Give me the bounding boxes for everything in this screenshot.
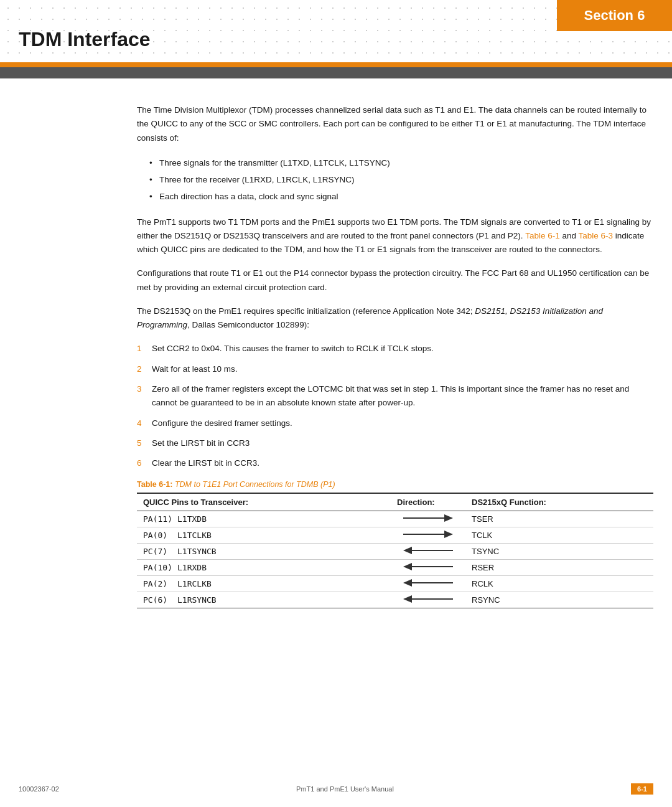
col-header-func: DS215xQ Function: <box>465 493 653 511</box>
table-caption: Table 6-1: TDM to T1E1 Port Connections … <box>137 480 653 489</box>
footer-manual-title: PmT1 and PmE1 User's Manual <box>296 785 394 793</box>
cell-quicc-1: PA(0)L1TCLKB <box>137 527 391 544</box>
cell-func-4: RCLK <box>465 576 653 592</box>
num-5: 5 <box>137 437 142 450</box>
table-header-row: QUICC Pins to Transceiver: Direction: DS… <box>137 493 653 511</box>
num-text-5: Set the LIRST bit in CCR3 <box>152 438 250 448</box>
paragraph3: Configurations that route T1 or E1 out t… <box>137 267 653 295</box>
numbered-item-1: 1 Set CCR2 to 0x04. This causes the fram… <box>137 342 653 356</box>
table-row: PA(2)L1RCLKBRCLK <box>137 576 653 592</box>
cell-func-3: RSER <box>465 560 653 576</box>
num-text-2: Wait for at least 10 ms. <box>152 364 238 374</box>
cell-quicc-2: PC(7)L1TSYNCB <box>137 544 391 560</box>
table-row: PA(0)L1TCLKBTCLK <box>137 527 653 544</box>
intro-paragraph: The Time Division Multiplexor (TDM) proc… <box>137 103 653 145</box>
cell-direction-2 <box>391 544 465 560</box>
page-footer: 10002367-02 PmT1 and PmE1 User's Manual … <box>0 783 672 795</box>
footer-doc-number: 10002367-02 <box>19 785 59 793</box>
bullet-list: Three signals for the transmitter (L1TXD… <box>149 156 653 204</box>
bullet-item-2: Three for the receiver (L1RXD, L1RCLK, L… <box>149 173 653 187</box>
table-caption-label: Table 6-1: <box>137 480 172 489</box>
numbered-item-3: 3 Zero all of the framer registers excep… <box>137 382 653 410</box>
num-3: 3 <box>137 382 142 396</box>
table-row: PC(7)L1TSYNCBTSYNC <box>137 544 653 560</box>
num-1: 1 <box>137 342 142 356</box>
arrow-left-icon <box>403 595 453 603</box>
num-text-3: Zero all of the framer registers except … <box>152 384 629 407</box>
num-4: 4 <box>137 417 142 430</box>
paragraph4-start: The DS2153Q on the PmE1 requires specifi… <box>137 306 475 316</box>
table-row: PC(6)L1RSYNCBRSYNC <box>137 592 653 608</box>
bullet-item-3: Each direction has a data, clock and syn… <box>149 190 653 204</box>
table-row: PA(11)L1TXDBTSER <box>137 511 653 527</box>
cell-direction-4 <box>391 576 465 592</box>
cell-func-1: TCLK <box>465 527 653 544</box>
cell-direction-5 <box>391 592 465 608</box>
col-header-quicc: QUICC Pins to Transceiver: <box>137 493 391 511</box>
section-badge: Section 6 <box>557 0 672 31</box>
cell-func-2: TSYNC <box>465 544 653 560</box>
cell-quicc-0: PA(11)L1TXDB <box>137 511 391 527</box>
cell-direction-1 <box>391 527 465 544</box>
num-text-1: Set CCR2 to 0x04. This causes the framer… <box>152 344 434 353</box>
table-link-1[interactable]: Table 6-1 <box>525 231 560 240</box>
num-6: 6 <box>137 456 142 470</box>
col-header-direction: Direction: <box>391 493 465 511</box>
paragraph4-end: , Dallas Semiconductor 102899): <box>187 320 309 329</box>
table-caption-text: TDM to T1E1 Port Connections for TDMB (P… <box>175 480 335 489</box>
bullet-item-1: Three signals for the transmitter (L1TXD… <box>149 156 653 171</box>
main-content: The Time Division Multiplexor (TDM) proc… <box>0 78 672 658</box>
cell-quicc-4: PA(2)L1RCLKB <box>137 576 391 592</box>
table-link-2[interactable]: Table 6-3 <box>578 231 613 240</box>
num-text-6: Clear the LIRST bit in CCR3. <box>152 458 259 468</box>
numbered-item-5: 5 Set the LIRST bit in CCR3 <box>137 437 653 450</box>
accent-bar <box>0 62 672 67</box>
cell-quicc-3: PA(10)L1RXDB <box>137 560 391 576</box>
numbered-item-4: 4 Configure the desired framer settings. <box>137 417 653 430</box>
paragraph4: The DS2153Q on the PmE1 requires specifi… <box>137 304 653 333</box>
title-area: TDM Interface <box>19 28 151 51</box>
cell-direction-3 <box>391 560 465 576</box>
numbered-item-6: 6 Clear the LIRST bit in CCR3. <box>137 456 653 470</box>
cell-func-0: TSER <box>465 511 653 527</box>
numbered-item-2: 2 Wait for at least 10 ms. <box>137 362 653 376</box>
arrow-left-icon <box>403 547 453 554</box>
paragraph2-mid: and <box>562 231 578 240</box>
table-row: PA(10)L1RXDBRSER <box>137 560 653 576</box>
arrow-left-icon <box>403 563 453 570</box>
connections-table: QUICC Pins to Transceiver: Direction: DS… <box>137 493 653 608</box>
gray-bar <box>0 67 672 78</box>
numbered-list: 1 Set CCR2 to 0x04. This causes the fram… <box>137 342 653 470</box>
num-2: 2 <box>137 362 142 376</box>
footer-page-number: 6-1 <box>631 783 653 795</box>
page-title: TDM Interface <box>19 28 151 51</box>
cell-direction-0 <box>391 511 465 527</box>
arrow-right-icon <box>403 514 453 522</box>
cell-quicc-5: PC(6)L1RSYNCB <box>137 592 391 608</box>
arrow-right-icon <box>403 531 453 538</box>
page-header: Section 6 TDM Interface <box>0 0 672 62</box>
arrow-left-icon <box>403 579 453 587</box>
cell-func-5: RSYNC <box>465 592 653 608</box>
num-text-4: Configure the desired framer settings. <box>152 418 292 428</box>
paragraph2: The PmT1 supports two T1 TDM ports and t… <box>137 215 653 257</box>
